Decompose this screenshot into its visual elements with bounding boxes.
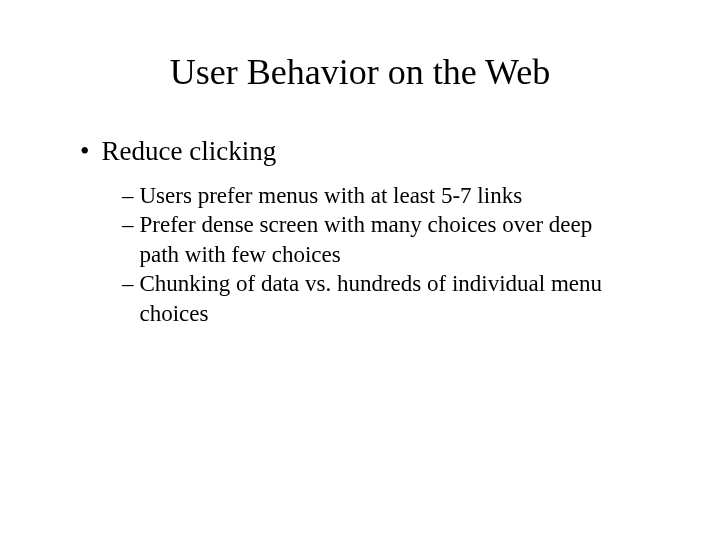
dash-item: – Prefer dense screen with many choices …	[122, 210, 630, 269]
dash-item: – Chunking of data vs. hundreds of indiv…	[122, 269, 630, 328]
dash-text: Prefer dense screen with many choices ov…	[140, 210, 631, 269]
bullet-text: Reduce clicking	[101, 135, 276, 169]
dash-list: – Users prefer menus with at least 5-7 l…	[50, 181, 670, 328]
dash-item: – Users prefer menus with at least 5-7 l…	[122, 181, 630, 210]
dash-marker: –	[122, 210, 134, 269]
dash-marker: –	[122, 181, 134, 210]
bullet-item: • Reduce clicking	[50, 135, 670, 169]
slide-title: User Behavior on the Web	[50, 50, 670, 95]
dash-text: Chunking of data vs. hundreds of individ…	[140, 269, 631, 328]
bullet-marker: •	[80, 135, 89, 169]
dash-text: Users prefer menus with at least 5-7 lin…	[140, 181, 631, 210]
dash-marker: –	[122, 269, 134, 328]
